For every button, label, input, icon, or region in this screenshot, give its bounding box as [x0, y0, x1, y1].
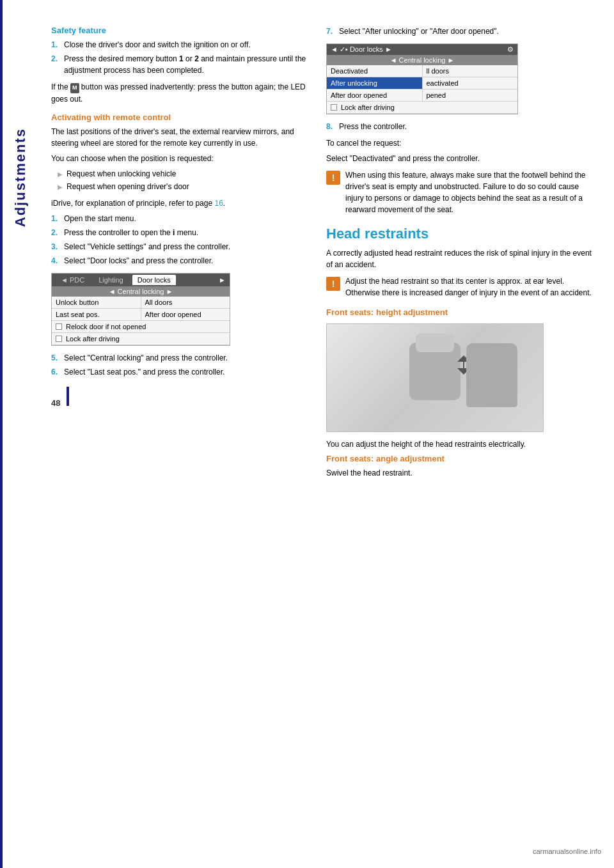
dl-cell-2-1: After unlocking: [327, 77, 423, 89]
page-accent-bar: [67, 387, 69, 406]
right-text-8: Press the controller.: [339, 121, 407, 132]
checkbox-relock[interactable]: [56, 323, 62, 330]
safety-steps-list: 1. Close the driver's door and switch th…: [51, 39, 307, 76]
dl-cell-2-2: eactivated: [423, 77, 518, 89]
bottom-logo: carmanualsonline.info: [533, 848, 601, 855]
act-step-5: 5. Select "Central locking" and press th…: [51, 352, 307, 364]
head-restraints-intro: A correctly adjusted head restraint redu…: [326, 247, 595, 270]
menu1-checkbox-2: Lock after driving: [52, 333, 230, 345]
step-text-1: Close the driver's door and switch the i…: [64, 39, 251, 50]
warning-box-seat: ! When using this feature, always make s…: [326, 169, 595, 219]
act-step-1: 1. Open the start menu.: [51, 213, 307, 224]
cancel-text: To cancel the request:: [326, 137, 595, 149]
door-locks-header: ◄ ✓▪ Door locks ► ⚙: [327, 44, 517, 55]
right-num-8: 8.: [326, 121, 338, 132]
m-button-icon: M: [70, 83, 79, 93]
page-number: 48: [51, 398, 60, 408]
head-restraints-section: Head restraints A correctly adjusted hea…: [326, 226, 595, 479]
bullet-item-1: ▶ Request when unlocking vehicle: [58, 168, 307, 180]
triangle-icon-2: ▶: [58, 182, 63, 192]
act-num-3: 3.: [51, 241, 63, 252]
step-text-2: Press the desired memory button 1 or 2 a…: [64, 53, 307, 76]
idrive-link[interactable]: 16: [214, 199, 223, 208]
warning-icon-seat: !: [326, 171, 340, 185]
act-text-3: Select "Vehicle settings" and press the …: [64, 241, 230, 252]
act-num-6: 6.: [51, 366, 63, 378]
safety-feature-title: Safety feature: [51, 26, 307, 35]
door-locks-menu-2: ◄ ✓▪ Door locks ► ⚙ ◄ Central locking ► …: [326, 43, 518, 114]
dl-row-3: After door opened pened: [327, 89, 517, 102]
act-text-2: Press the controller to open the i menu.: [64, 227, 198, 238]
head-restraint-svg: [371, 330, 499, 426]
act-step-2: 2. Press the controller to open the i me…: [51, 227, 307, 238]
front-seats-angle-text: Swivel the head restraint.: [326, 467, 595, 479]
act-num-1: 1.: [51, 213, 63, 224]
front-seats-height-text: You can adjust the height of the head re…: [326, 438, 595, 450]
dl-checkbox-label: Lock after driving: [341, 104, 395, 111]
checkbox-lock-driving[interactable]: [56, 336, 62, 342]
right-num-7: 7.: [326, 26, 338, 37]
checkbox-lock-driving-label: Lock after driving: [66, 335, 120, 343]
dl-row-1: Deactivated ll doors: [327, 65, 517, 77]
act-num-4: 4.: [51, 255, 63, 267]
step-num-2: 2.: [51, 53, 63, 76]
tab-pdc[interactable]: ◄ PDC: [56, 275, 90, 285]
tab-lighting[interactable]: Lighting: [93, 275, 129, 285]
idrive-tabs: ◄ PDC Lighting Door locks: [56, 275, 176, 285]
menu1-row-1: Unlock button All doors: [52, 297, 230, 309]
request-options-list: ▶ Request when unlocking vehicle ▶ Reque…: [58, 168, 307, 192]
idrive-header-1: ◄ PDC Lighting Door locks ►: [52, 274, 230, 286]
dl-cell-1-2: ll doors: [423, 65, 518, 77]
main-content: Safety feature 1. Close the driver's doo…: [38, 0, 614, 868]
triangle-icon-1: ▶: [58, 169, 63, 179]
act-num-5: 5.: [51, 352, 63, 364]
dl-header-left: ◄ ✓▪ Door locks ►: [331, 45, 392, 54]
dl-checkbox: Lock after driving: [327, 102, 517, 114]
dl-subheader: ◄ Central locking ►: [327, 55, 517, 65]
act-step-3: 3. Select "Vehicle settings" and press t…: [51, 241, 307, 252]
dl-checkbox-lock[interactable]: [331, 104, 337, 111]
head-restraints-title: Head restraints: [326, 226, 595, 242]
dl-cell-1-1: Deactivated: [327, 65, 423, 77]
activating-choose: You can choose when the position is requ…: [51, 153, 307, 164]
warning-text-seat: When using this feature, always make sur…: [345, 169, 595, 215]
right-step-8: 8. Press the controller.: [326, 121, 595, 132]
safety-feature-section: Safety feature 1. Close the driver's doo…: [51, 26, 307, 105]
nav-arrow-right[interactable]: ►: [219, 276, 226, 284]
warning-text-head: Adjust the head restraint so that its ce…: [345, 275, 595, 298]
idrive-menu-1: ◄ PDC Lighting Door locks ► ◄ Central lo…: [51, 273, 230, 346]
safety-step-2: 2. Press the desired memory button 1 or …: [51, 53, 307, 76]
front-seats-angle-title: Front seats: angle adjustment: [326, 454, 595, 463]
warning-icon-head: !: [326, 277, 340, 291]
warning-box-head: ! Adjust the head restraint so that its …: [326, 275, 595, 302]
right-step-8-list: 8. Press the controller.: [326, 121, 595, 132]
cancel-text-2: Select "Deactivated" and press the contr…: [326, 153, 595, 164]
right-column: 7. Select "After unlocking" or "After do…: [320, 26, 595, 842]
dl-header-icon: ⚙: [507, 45, 514, 54]
activating-intro: The last positions of the driver's seat,…: [51, 126, 307, 149]
bullet-text-2: Request when opening driver's door: [67, 181, 189, 192]
chapter-label: Adjustments: [12, 128, 29, 227]
head-restraint-image: [326, 323, 544, 432]
menu1-row-2: Last seat pos. After door opened: [52, 309, 230, 321]
act-text-4: Select "Door locks" and press the contro…: [64, 255, 213, 267]
activating-steps-list: 1. Open the start menu. 2. Press the con…: [51, 213, 307, 267]
activating-steps2-list: 5. Select "Central locking" and press th…: [51, 352, 307, 378]
bullet-item-2: ▶ Request when opening driver's door: [58, 181, 307, 192]
right-step-7-list: 7. Select "After unlocking" or "After do…: [326, 26, 595, 37]
activating-remote-section: Activating with remote control The last …: [51, 112, 307, 378]
tab-door-locks[interactable]: Door locks: [132, 275, 176, 285]
if-text: If the M button was pressed inadvertentl…: [51, 81, 307, 105]
act-text-1: Open the start menu.: [64, 213, 136, 224]
bullet-text-1: Request when unlocking vehicle: [67, 168, 176, 180]
act-step-4: 4. Select "Door locks" and press the con…: [51, 255, 307, 267]
right-text-7: Select "After unlocking" or "After door …: [339, 26, 499, 37]
menu1-cell-2-2: After door opened: [141, 309, 230, 320]
dl-cell-3-2: pened: [423, 89, 518, 101]
act-step-6: 6. Select "Last seat pos." and press the…: [51, 366, 307, 378]
right-step-7: 7. Select "After unlocking" or "After do…: [326, 26, 595, 37]
svg-rect-1: [416, 333, 454, 352]
act-num-2: 2.: [51, 227, 63, 238]
menu1-checkbox-1: Relock door if not opened: [52, 321, 230, 333]
menu1-cell-1-1: Unlock button: [52, 297, 141, 308]
